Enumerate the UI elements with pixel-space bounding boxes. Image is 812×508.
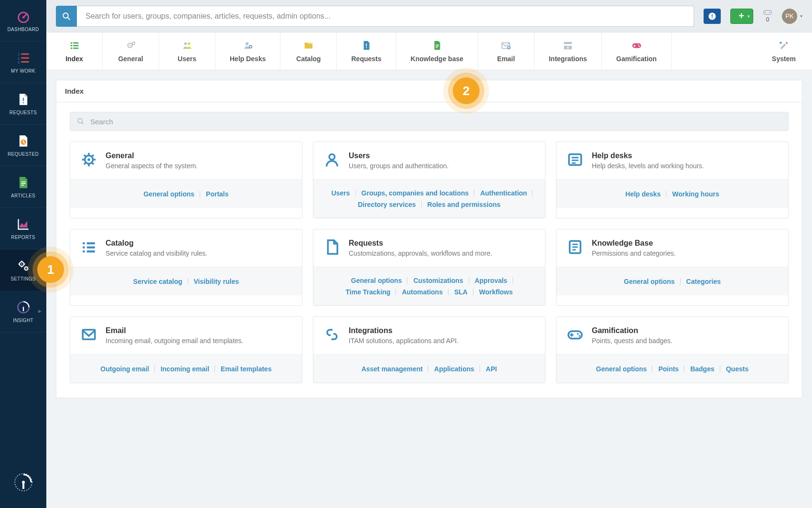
card-description: Permissions and categories. [592,249,676,257]
gamification-counter[interactable]: 0 [763,10,772,23]
svg-rect-53 [436,47,438,48]
gamepad-icon [763,10,772,15]
tab-integrations[interactable]: Integrations [534,32,602,70]
svg-rect-38 [73,45,78,46]
card-description: General aspects of the system. [106,162,198,170]
settings-card-gamification: GamificationPoints, quests and badges.Ge… [556,316,789,383]
svg-point-45 [187,43,190,45]
svg-line-76 [92,155,94,156]
sidebar-item-insight[interactable]: ▶ INSIGHT [0,291,46,333]
card-link-incoming-email[interactable]: Incoming email [155,363,215,375]
sidebar-item-articles[interactable]: ARTICLES [0,166,46,208]
sidebar-item-mywork[interactable]: 123 MY WORK [0,42,46,83]
sidebar-item-requests[interactable]: REQUESTS [0,83,46,125]
card-link-roles-and-permissions[interactable]: Roles and permissions [422,199,506,210]
card-link-categories[interactable]: Categories [681,276,727,287]
tab-index[interactable]: Index [46,32,103,70]
chevron-down-icon: ▾ [800,13,802,19]
envelope-icon [500,40,512,51]
card-link-time-tracking[interactable]: Time Tracking [340,286,396,298]
settings-card-help-desks: Help desksHelp desks, levels and working… [556,141,789,218]
create-button[interactable]: + ▾ [730,9,753,24]
svg-rect-50 [366,47,367,48]
svg-point-62 [638,44,639,45]
tab-label: Knowledge base [411,55,463,63]
sidebar-item-label: REQUESTS [10,110,37,115]
card-title: Email [106,326,244,335]
card-link-users[interactable]: Users [326,187,356,199]
card-link-working-hours[interactable]: Working hours [666,188,725,200]
sidebar-item-label: DASHBOARD [7,27,39,32]
card-link-approvals[interactable]: Approvals [469,275,513,286]
sidebar-item-dashboard[interactable]: DASHBOARD [0,0,46,42]
svg-point-46 [246,42,248,45]
sidebar-item-reports[interactable]: REPORTS [0,208,46,249]
card-link-api[interactable]: API [480,363,502,375]
card-link-general-options[interactable]: General options [138,188,200,200]
top-header: + ▾ 0 PK ▾ [46,0,812,32]
card-link-general-options[interactable]: General options [618,276,681,287]
card-link-authentication[interactable]: Authentication [474,187,533,199]
card-link-groups-companies-and-locations[interactable]: Groups, companies and locations [356,187,475,199]
card-link-email-templates[interactable]: Email templates [215,363,278,375]
search-button[interactable] [56,6,77,27]
card-link-quests[interactable]: Quests [720,363,754,375]
tab-helpdesks[interactable]: Help Desks [215,32,280,70]
svg-rect-40 [73,48,78,49]
search-input[interactable] [77,6,694,27]
users-icon [182,40,193,51]
card-links: General optionsCustomizationsApprovalsTi… [313,267,545,305]
card-link-badges[interactable]: Badges [684,363,720,375]
tab-catalog[interactable]: Catalog [280,32,337,70]
tab-general[interactable]: General [103,32,159,70]
card-link-portals[interactable]: Portals [200,188,234,200]
card-link-applications[interactable]: Applications [428,363,480,375]
step-badge-1: 1 [37,256,64,283]
card-link-general-options[interactable]: General options [590,363,653,375]
sidebar-item-label: INSIGHT [13,318,33,323]
card-link-service-catalog[interactable]: Service catalog [128,276,188,287]
tab-label: Help Desks [230,55,266,63]
sidebar-item-requested[interactable]: REQUESTED [0,125,46,166]
svg-rect-5 [21,57,29,58]
svg-point-42 [129,45,130,46]
sidebar-item-label: MY WORK [11,68,35,74]
tab-email[interactable]: Email [478,32,534,70]
svg-rect-3 [21,53,29,54]
tab-gamification[interactable]: Gamification [602,32,672,70]
svg-rect-37 [70,45,72,46]
tab-label: Catalog [296,55,321,63]
tab-users[interactable]: Users [159,32,215,70]
card-link-sla[interactable]: SLA [449,286,473,298]
card-link-general-options[interactable]: General options [345,275,408,286]
card-title: Users [349,151,449,160]
svg-point-96 [577,333,579,335]
index-search-wrap [70,112,789,131]
svg-rect-49 [366,43,367,46]
card-link-visibility-rules[interactable]: Visibility rules [188,276,245,287]
tab-requests[interactable]: Requests [337,32,396,70]
card-link-directory-services[interactable]: Directory services [352,199,421,210]
user-menu[interactable]: PK ▾ [782,9,802,24]
index-search-input[interactable] [90,118,781,126]
tab-system[interactable]: System [756,32,812,70]
card-link-outgoing-email[interactable]: Outgoing email [95,363,155,375]
card-links: General optionsCategories [556,267,788,295]
svg-rect-84 [83,247,85,249]
svg-text:2: 2 [18,56,20,60]
card-link-asset-management[interactable]: Asset management [356,363,428,375]
card-link-points[interactable]: Points [652,363,684,375]
svg-rect-83 [87,242,95,244]
notifications-button[interactable] [704,9,721,24]
card-description: Incoming email, outgoing email and templ… [106,337,244,345]
card-link-automations[interactable]: Automations [396,286,449,298]
tab-knowledgebase[interactable]: Knowledge base [396,32,478,70]
card-link-help-desks[interactable]: Help desks [620,188,666,200]
card-link-workflows[interactable]: Workflows [473,286,519,298]
plus-icon: + [738,11,744,22]
settings-card-general: GeneralGeneral aspects of the system.Gen… [70,141,302,218]
svg-point-68 [87,158,90,161]
svg-rect-9 [22,102,23,103]
card-link-customizations[interactable]: Customizations [407,275,469,286]
svg-rect-11 [21,181,25,182]
